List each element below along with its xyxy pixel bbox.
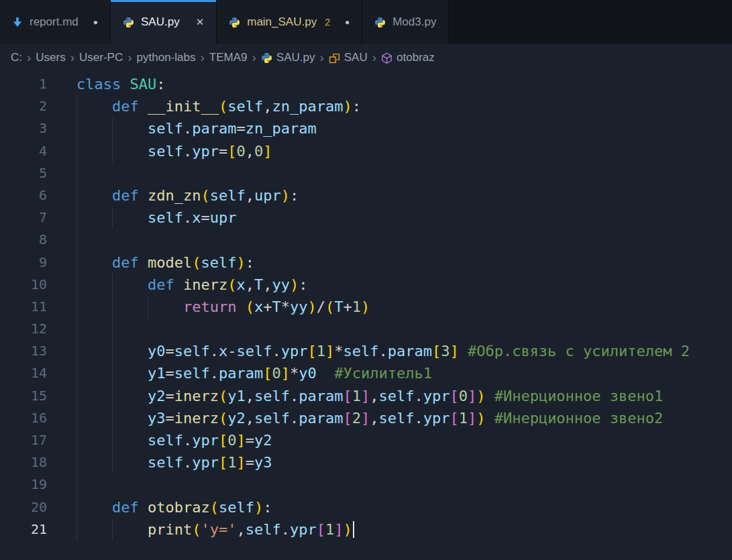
tab-label: report.md <box>30 15 79 29</box>
breadcrumb-item-otobraz[interactable]: otobraz <box>381 51 435 64</box>
code-line[interactable]: 16 y3=inerz(y2,self.param[2],self.ypr[1]… <box>0 407 732 429</box>
code-line[interactable]: 7 self.x=upr <box>0 207 732 229</box>
code-line[interactable]: 8 <box>0 229 732 251</box>
line-content[interactable]: y3=inerz(y2,self.param[2],self.ypr[1]) #… <box>76 407 732 429</box>
line-content[interactable]: self.ypr[0]=y2 <box>76 429 732 451</box>
indent-whitespace <box>76 298 183 315</box>
code-line[interactable]: 17 self.ypr[0]=y2 <box>0 429 732 451</box>
code-token: . <box>183 120 192 137</box>
line-content[interactable]: def zdn_zn(self,upr): <box>76 184 732 207</box>
code-line[interactable]: 19 <box>0 473 732 496</box>
modified-dot-icon[interactable]: ● <box>345 17 350 27</box>
code-token: ypr <box>192 143 219 160</box>
breadcrumb-item-python-labs[interactable]: python-labs <box>137 51 196 64</box>
tab-main-sau-py[interactable]: main_SAU.py2● <box>217 0 362 44</box>
code-line[interactable]: 6 def zdn_zn(self,upr): <box>0 184 732 207</box>
line-number[interactable]: 20 <box>0 496 47 518</box>
modified-dot-icon[interactable]: ● <box>93 17 98 27</box>
line-content[interactable] <box>76 162 732 184</box>
line-number[interactable]: 18 <box>0 451 47 473</box>
editor[interactable]: 1class SAU:2 def __init__(self,zn_param)… <box>0 71 732 541</box>
line-content[interactable]: y2=inerz(y1,self.param[1],self.ypr[0]) #… <box>76 385 732 407</box>
code-line[interactable]: 1class SAU: <box>0 73 732 95</box>
line-content[interactable]: def inerz(x,T,yy): <box>76 274 732 296</box>
code-token: ) <box>236 254 245 271</box>
tab-report-md[interactable]: report.md● <box>0 0 111 44</box>
line-content[interactable]: self.x=upr <box>76 207 732 229</box>
line-content[interactable]: def __init__(self,zn_param): <box>76 95 732 117</box>
line-content[interactable] <box>76 229 732 251</box>
code-token <box>236 298 245 315</box>
code-token: + <box>343 298 352 315</box>
line-content[interactable] <box>76 318 732 340</box>
line-content[interactable]: self.param=zn_param <box>76 117 732 139</box>
code-token <box>459 343 468 359</box>
code-token: 1 <box>317 343 325 359</box>
code-line[interactable]: 2 def __init__(self,zn_param): <box>0 95 732 117</box>
line-number[interactable]: 16 <box>0 407 47 429</box>
tab-mod3-py[interactable]: Mod3.py <box>362 0 449 44</box>
breadcrumb-item-users[interactable]: Users <box>36 51 65 64</box>
line-number[interactable]: 3 <box>0 117 47 139</box>
indent-guide <box>76 162 77 184</box>
line-content[interactable]: self.ypr=[0,0] <box>76 140 732 162</box>
line-number[interactable]: 6 <box>0 184 47 207</box>
code-line[interactable]: 9 def model(self): <box>0 251 732 274</box>
line-content[interactable]: def otobraz(self): <box>76 496 732 518</box>
line-number[interactable]: 21 <box>0 518 47 541</box>
tab-label: SAU.py <box>141 15 180 29</box>
line-number[interactable]: 12 <box>0 318 47 340</box>
code-line[interactable]: 20 def otobraz(self): <box>0 496 732 518</box>
indent-guide <box>76 473 77 496</box>
code-line[interactable]: 14 y1=self.param[0]*y0 #Усилитель1 <box>0 362 732 384</box>
line-content[interactable]: y1=self.param[0]*y0 #Усилитель1 <box>76 362 732 384</box>
code-token: , <box>263 98 272 115</box>
close-icon[interactable]: ✕ <box>196 16 205 28</box>
line-content[interactable] <box>76 473 732 496</box>
code-line[interactable]: 15 y2=inerz(y1,self.param[1],self.ypr[0]… <box>0 385 732 407</box>
line-number[interactable]: 7 <box>0 207 47 229</box>
line-number[interactable]: 13 <box>0 340 47 362</box>
code-line[interactable]: 4 self.ypr=[0,0] <box>0 140 732 162</box>
line-number[interactable]: 11 <box>0 296 47 318</box>
tab-label: Mod3.py <box>393 15 436 29</box>
line-content[interactable]: return (x+T*yy)/(T+1) <box>76 296 732 318</box>
code-token: ] <box>450 343 458 359</box>
code-token: = <box>165 365 174 382</box>
line-number[interactable]: 9 <box>0 251 47 274</box>
breadcrumb-item-user-pc[interactable]: User-PC <box>79 51 123 64</box>
indent-whitespace <box>76 276 148 293</box>
line-number[interactable]: 14 <box>0 362 47 384</box>
code-token <box>485 388 494 404</box>
breadcrumb-item-sau[interactable]: SAU <box>329 51 368 64</box>
line-content[interactable]: y0=self.x-self.ypr[1]*self.param[3] #Обр… <box>76 340 732 362</box>
line-number[interactable]: 2 <box>0 95 47 117</box>
code-line[interactable]: 10 def inerz(x,T,yy): <box>0 274 732 296</box>
code-token: ) <box>343 521 352 538</box>
line-number[interactable]: 15 <box>0 385 47 407</box>
line-number[interactable]: 19 <box>0 473 47 496</box>
line-number[interactable]: 4 <box>0 140 47 162</box>
code-line[interactable]: 13 y0=self.x-self.ypr[1]*self.param[3] #… <box>0 340 732 362</box>
indent-whitespace <box>76 143 148 160</box>
code-line[interactable]: 18 self.ypr[1]=y3 <box>0 451 732 473</box>
breadcrumb-item-c-[interactable]: C: <box>11 51 22 64</box>
code-line[interactable]: 3 self.param=zn_param <box>0 117 732 139</box>
breadcrumb-item-tema9[interactable]: TEMA9 <box>209 51 248 64</box>
line-content[interactable]: print('y=',self.ypr[1]) <box>76 518 732 541</box>
line-content[interactable]: class SAU: <box>76 73 732 95</box>
code-line[interactable]: 21 print('y=',self.ypr[1]) <box>0 518 732 541</box>
line-number[interactable]: 17 <box>0 429 47 451</box>
line-number[interactable]: 1 <box>0 73 47 95</box>
line-content[interactable]: self.ypr[1]=y3 <box>76 451 732 473</box>
line-number[interactable]: 5 <box>0 162 47 184</box>
code-token: [ <box>263 365 272 382</box>
code-line[interactable]: 5 <box>0 162 732 184</box>
line-number[interactable]: 8 <box>0 229 47 251</box>
tab-sau-py[interactable]: SAU.py✕ <box>111 0 217 44</box>
breadcrumb-item-sau-py[interactable]: SAU.py <box>261 51 315 64</box>
code-line[interactable]: 12 <box>0 318 732 340</box>
line-content[interactable]: def model(self): <box>76 251 732 274</box>
code-line[interactable]: 11 return (x+T*yy)/(T+1) <box>0 296 732 318</box>
line-number[interactable]: 10 <box>0 274 47 296</box>
